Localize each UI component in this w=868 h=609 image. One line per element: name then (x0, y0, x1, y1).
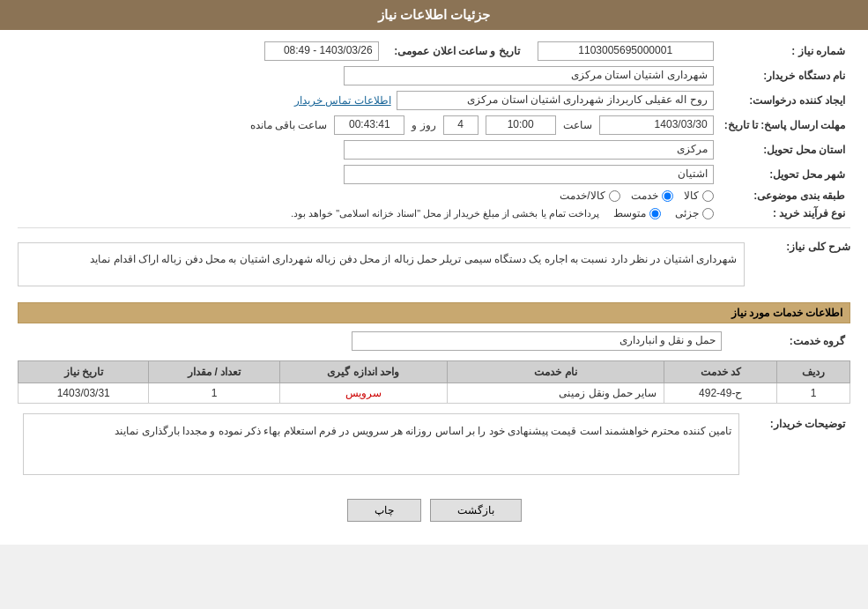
description-text: شهرداری اشتیان در نظر دارد نسبت به اجاره… (18, 242, 745, 286)
col-header-qty: تعداد / مقدار (149, 361, 279, 383)
cell-name-0: سایر حمل ونقل زمینی (447, 383, 664, 404)
deadline-time-value: 10:00 (486, 115, 556, 135)
col-header-row: ردیف (777, 361, 850, 383)
process-label-jozi: جزئی (675, 207, 699, 219)
buyer-name-value: شهرداری اشتیان استان مرکزی (344, 66, 714, 85)
deadline-date: 1403/03/30 (599, 115, 714, 135)
service-info-header: اطلاعات خدمات مورد نیاز (18, 302, 850, 323)
category-option-both[interactable]: کالا/خدمت (560, 189, 619, 202)
table-row: 1 ح-49-492 سایر حمل ونقل زمینی سرویس 1 1… (19, 383, 850, 404)
province-label: استان محل تحویل: (719, 137, 850, 162)
col-header-date: تاریخ نیاز (19, 361, 149, 383)
cell-qty-0: 1 (149, 383, 279, 404)
category-radio-khedmat[interactable] (662, 190, 673, 202)
col-header-unit: واحد اندازه گیری (279, 361, 447, 383)
deadline-days-value: 4 (443, 115, 479, 135)
deadline-days-label: روز و (412, 119, 435, 131)
category-radio-both[interactable] (609, 190, 620, 202)
process-label: نوع فرآیند خرید : (719, 204, 850, 222)
description-label: شرح کلی نیاز: (745, 235, 850, 253)
deadline-remaining-value: 00:43:41 (334, 115, 404, 135)
category-radio-kala[interactable] (702, 190, 714, 202)
province-value: مرکزی (344, 140, 714, 160)
announce-label: تاریخ و ساعت اعلان عمومی: (384, 39, 525, 63)
process-radio-jozi[interactable] (702, 208, 714, 219)
print-button[interactable]: چاپ (347, 499, 421, 522)
cell-code-0: ح-49-492 (664, 383, 777, 404)
category-label: طبقه بندی موضوعی: (719, 187, 850, 204)
announce-value: 1403/03/26 - 08:49 (264, 41, 379, 61)
category-option-khedmat[interactable]: خدمت (631, 189, 673, 202)
cell-unit-0: سرویس (279, 383, 447, 404)
category-label-khedmat: خدمت (631, 189, 658, 202)
group-value: حمل و نقل و انبارداری (352, 331, 722, 351)
process-radio-motavasset[interactable] (649, 208, 661, 219)
page-title: جزئیات اطلاعات نیاز (378, 7, 490, 22)
process-note: پرداخت تمام یا بخشی از مبلغ خریدار از مح… (291, 208, 599, 219)
contact-link[interactable]: اطلاعات تماس خریدار (294, 94, 391, 107)
deadline-remaining-label: ساعت باقی مانده (250, 119, 328, 131)
need-number-label: شماره نیاز : (719, 39, 850, 63)
process-option-jozi[interactable]: جزئی (675, 207, 714, 219)
col-header-code: کد خدمت (664, 361, 777, 383)
creator-value: روح اله عقیلی کاربرداز شهرداری اشتیان اس… (397, 91, 714, 110)
creator-label: ایجاد کننده درخواست: (719, 88, 850, 113)
action-buttons: بازگشت چاپ (18, 499, 850, 522)
buyer-notes-text: تامین کننده محترم خواهشمند است قیمت پیشن… (23, 413, 739, 475)
city-value: اشتیان (344, 165, 714, 184)
city-label: شهر محل تحویل: (719, 162, 850, 187)
category-label-kala: کالا (684, 189, 699, 202)
category-option-kala[interactable]: کالا (684, 189, 714, 202)
cell-date-0: 1403/03/31 (19, 383, 149, 404)
group-label: گروه خدمت: (727, 329, 850, 353)
category-label-both: کالا/خدمت (560, 189, 605, 202)
process-label-motavasset: متوسط (613, 207, 646, 219)
process-option-motavasset[interactable]: متوسط (613, 207, 661, 219)
buyer-name-label: نام دستگاه خریدار: (719, 63, 850, 88)
buyer-notes-label: توضیحات خریدار: (745, 411, 850, 485)
services-table: ردیف کد خدمت نام خدمت واحد اندازه گیری ت… (18, 360, 850, 404)
deadline-time-label: ساعت (563, 119, 592, 131)
cell-row-0: 1 (777, 383, 850, 404)
back-button[interactable]: بازگشت (430, 499, 522, 522)
deadline-label: مهلت ارسال پاسخ: تا تاریخ: (719, 113, 850, 137)
need-number-value: 1103005695000001 (538, 41, 714, 61)
col-header-name: نام خدمت (447, 361, 664, 383)
page-header: جزئیات اطلاعات نیاز (0, 0, 868, 30)
